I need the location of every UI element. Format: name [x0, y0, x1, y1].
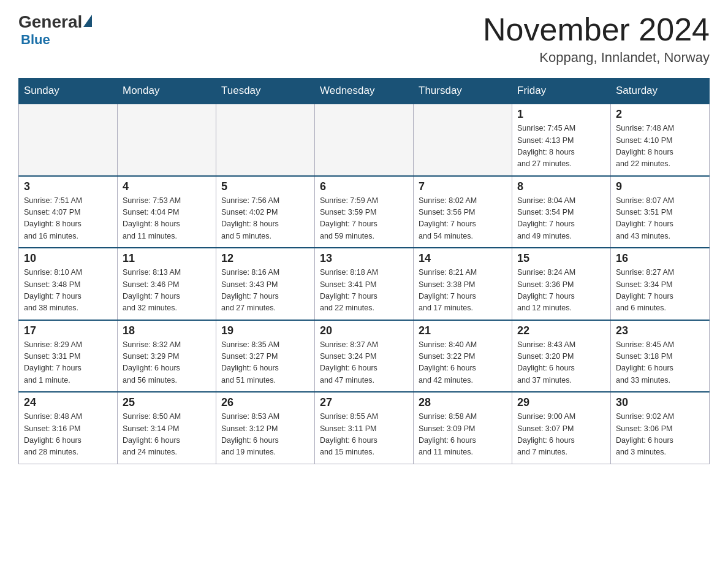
- calendar-table: SundayMondayTuesdayWednesdayThursdayFrid…: [18, 78, 710, 464]
- day-info: Sunrise: 8:18 AM Sunset: 3:41 PM Dayligh…: [320, 267, 408, 315]
- calendar-day-cell: 9Sunrise: 8:07 AM Sunset: 3:51 PM Daylig…: [611, 176, 710, 248]
- day-info: Sunrise: 8:43 AM Sunset: 3:20 PM Dayligh…: [517, 339, 605, 387]
- calendar-header: SundayMondayTuesdayWednesdayThursdayFrid…: [19, 79, 710, 104]
- day-number: 15: [517, 252, 605, 265]
- calendar-day-cell: [315, 104, 414, 176]
- day-info: Sunrise: 7:56 AM Sunset: 4:02 PM Dayligh…: [221, 195, 309, 243]
- calendar-day-cell: [414, 104, 512, 176]
- day-info: Sunrise: 8:45 AM Sunset: 3:18 PM Dayligh…: [616, 339, 704, 387]
- day-info: Sunrise: 8:37 AM Sunset: 3:24 PM Dayligh…: [320, 339, 408, 387]
- day-number: 14: [419, 252, 507, 265]
- day-number: 13: [320, 252, 408, 265]
- calendar-day-cell: 24Sunrise: 8:48 AM Sunset: 3:16 PM Dayli…: [19, 392, 118, 464]
- calendar-day-cell: 30Sunrise: 9:02 AM Sunset: 3:06 PM Dayli…: [611, 392, 710, 464]
- day-number: 28: [419, 396, 507, 409]
- day-info: Sunrise: 7:53 AM Sunset: 4:04 PM Dayligh…: [123, 195, 211, 243]
- calendar-day-cell: 21Sunrise: 8:40 AM Sunset: 3:22 PM Dayli…: [414, 320, 512, 393]
- day-number: 11: [123, 252, 211, 265]
- day-number: 23: [616, 324, 704, 337]
- day-of-week-header: Thursday: [414, 79, 512, 104]
- calendar-week-row: 3Sunrise: 7:51 AM Sunset: 4:07 PM Daylig…: [19, 176, 710, 248]
- logo-general-text: General: [18, 12, 82, 32]
- calendar-day-cell: 2Sunrise: 7:48 AM Sunset: 4:10 PM Daylig…: [611, 104, 710, 176]
- calendar-day-cell: 25Sunrise: 8:50 AM Sunset: 3:14 PM Dayli…: [118, 392, 216, 464]
- day-info: Sunrise: 8:27 AM Sunset: 3:34 PM Dayligh…: [616, 267, 704, 315]
- day-number: 18: [123, 324, 211, 337]
- day-number: 27: [320, 396, 408, 409]
- day-number: 17: [24, 324, 112, 337]
- calendar-day-cell: 3Sunrise: 7:51 AM Sunset: 4:07 PM Daylig…: [19, 176, 118, 248]
- day-number: 6: [320, 180, 408, 193]
- day-number: 19: [221, 324, 309, 337]
- calendar-day-cell: 12Sunrise: 8:16 AM Sunset: 3:43 PM Dayli…: [216, 248, 315, 320]
- day-number: 25: [123, 396, 211, 409]
- day-info: Sunrise: 8:02 AM Sunset: 3:56 PM Dayligh…: [419, 195, 507, 243]
- day-info: Sunrise: 8:07 AM Sunset: 3:51 PM Dayligh…: [616, 195, 704, 243]
- calendar-body: 1Sunrise: 7:45 AM Sunset: 4:13 PM Daylig…: [19, 104, 710, 464]
- day-number: 24: [24, 396, 112, 409]
- day-info: Sunrise: 9:02 AM Sunset: 3:06 PM Dayligh…: [616, 411, 704, 459]
- calendar-day-cell: 11Sunrise: 8:13 AM Sunset: 3:46 PM Dayli…: [118, 248, 216, 320]
- day-number: 30: [616, 396, 704, 409]
- calendar-day-cell: 10Sunrise: 8:10 AM Sunset: 3:48 PM Dayli…: [19, 248, 118, 320]
- day-of-week-header: Wednesday: [315, 79, 414, 104]
- day-number: 4: [123, 180, 211, 193]
- day-of-week-header: Saturday: [611, 79, 710, 104]
- day-of-week-header: Friday: [512, 79, 611, 104]
- calendar-day-cell: 5Sunrise: 7:56 AM Sunset: 4:02 PM Daylig…: [216, 176, 315, 248]
- day-info: Sunrise: 8:13 AM Sunset: 3:46 PM Dayligh…: [123, 267, 211, 315]
- calendar-day-cell: 17Sunrise: 8:29 AM Sunset: 3:31 PM Dayli…: [19, 320, 118, 393]
- day-info: Sunrise: 8:40 AM Sunset: 3:22 PM Dayligh…: [419, 339, 507, 387]
- calendar-day-cell: 18Sunrise: 8:32 AM Sunset: 3:29 PM Dayli…: [118, 320, 216, 393]
- logo: General Blue: [18, 12, 92, 48]
- calendar-day-cell: 23Sunrise: 8:45 AM Sunset: 3:18 PM Dayli…: [611, 320, 710, 393]
- calendar-day-cell: 29Sunrise: 9:00 AM Sunset: 3:07 PM Dayli…: [512, 392, 611, 464]
- day-info: Sunrise: 8:29 AM Sunset: 3:31 PM Dayligh…: [24, 339, 112, 387]
- page-header: General Blue November 2024 Koppang, Innl…: [18, 12, 710, 66]
- day-info: Sunrise: 8:24 AM Sunset: 3:36 PM Dayligh…: [517, 267, 605, 315]
- calendar-day-cell: 27Sunrise: 8:55 AM Sunset: 3:11 PM Dayli…: [315, 392, 414, 464]
- day-number: 22: [517, 324, 605, 337]
- day-info: Sunrise: 8:16 AM Sunset: 3:43 PM Dayligh…: [221, 267, 309, 315]
- day-info: Sunrise: 8:50 AM Sunset: 3:14 PM Dayligh…: [123, 411, 211, 459]
- logo-triangle-icon: [83, 15, 92, 27]
- calendar-day-cell: [19, 104, 118, 176]
- calendar-day-cell: 20Sunrise: 8:37 AM Sunset: 3:24 PM Dayli…: [315, 320, 414, 393]
- calendar-title: November 2024: [483, 12, 710, 47]
- day-info: Sunrise: 8:21 AM Sunset: 3:38 PM Dayligh…: [419, 267, 507, 315]
- calendar-day-cell: 26Sunrise: 8:53 AM Sunset: 3:12 PM Dayli…: [216, 392, 315, 464]
- day-info: Sunrise: 9:00 AM Sunset: 3:07 PM Dayligh…: [517, 411, 605, 459]
- day-info: Sunrise: 8:04 AM Sunset: 3:54 PM Dayligh…: [517, 195, 605, 243]
- day-info: Sunrise: 8:48 AM Sunset: 3:16 PM Dayligh…: [24, 411, 112, 459]
- calendar-week-row: 1Sunrise: 7:45 AM Sunset: 4:13 PM Daylig…: [19, 104, 710, 176]
- day-info: Sunrise: 7:51 AM Sunset: 4:07 PM Dayligh…: [24, 195, 112, 243]
- day-info: Sunrise: 8:58 AM Sunset: 3:09 PM Dayligh…: [419, 411, 507, 459]
- day-info: Sunrise: 8:35 AM Sunset: 3:27 PM Dayligh…: [221, 339, 309, 387]
- day-number: 8: [517, 180, 605, 193]
- calendar-day-cell: 4Sunrise: 7:53 AM Sunset: 4:04 PM Daylig…: [118, 176, 216, 248]
- calendar-day-cell: 28Sunrise: 8:58 AM Sunset: 3:09 PM Dayli…: [414, 392, 512, 464]
- calendar-week-row: 10Sunrise: 8:10 AM Sunset: 3:48 PM Dayli…: [19, 248, 710, 320]
- day-info: Sunrise: 8:10 AM Sunset: 3:48 PM Dayligh…: [24, 267, 112, 315]
- day-of-week-header: Monday: [118, 79, 216, 104]
- calendar-day-cell: 15Sunrise: 8:24 AM Sunset: 3:36 PM Dayli…: [512, 248, 611, 320]
- calendar-day-cell: 19Sunrise: 8:35 AM Sunset: 3:27 PM Dayli…: [216, 320, 315, 393]
- day-number: 5: [221, 180, 309, 193]
- calendar-day-cell: [216, 104, 315, 176]
- calendar-day-cell: 1Sunrise: 7:45 AM Sunset: 4:13 PM Daylig…: [512, 104, 611, 176]
- logo-top: General: [18, 12, 92, 32]
- calendar-day-cell: [118, 104, 216, 176]
- day-number: 2: [616, 108, 704, 121]
- day-info: Sunrise: 7:59 AM Sunset: 3:59 PM Dayligh…: [320, 195, 408, 243]
- day-of-week-header: Tuesday: [216, 79, 315, 104]
- calendar-day-cell: 14Sunrise: 8:21 AM Sunset: 3:38 PM Dayli…: [414, 248, 512, 320]
- calendar-week-row: 17Sunrise: 8:29 AM Sunset: 3:31 PM Dayli…: [19, 320, 710, 393]
- day-number: 26: [221, 396, 309, 409]
- calendar-day-cell: 6Sunrise: 7:59 AM Sunset: 3:59 PM Daylig…: [315, 176, 414, 248]
- day-info: Sunrise: 7:48 AM Sunset: 4:10 PM Dayligh…: [616, 123, 704, 170]
- calendar-day-cell: 13Sunrise: 8:18 AM Sunset: 3:41 PM Dayli…: [315, 248, 414, 320]
- header-row: SundayMondayTuesdayWednesdayThursdayFrid…: [19, 79, 710, 104]
- calendar-day-cell: 8Sunrise: 8:04 AM Sunset: 3:54 PM Daylig…: [512, 176, 611, 248]
- day-number: 7: [419, 180, 507, 193]
- calendar-day-cell: 7Sunrise: 8:02 AM Sunset: 3:56 PM Daylig…: [414, 176, 512, 248]
